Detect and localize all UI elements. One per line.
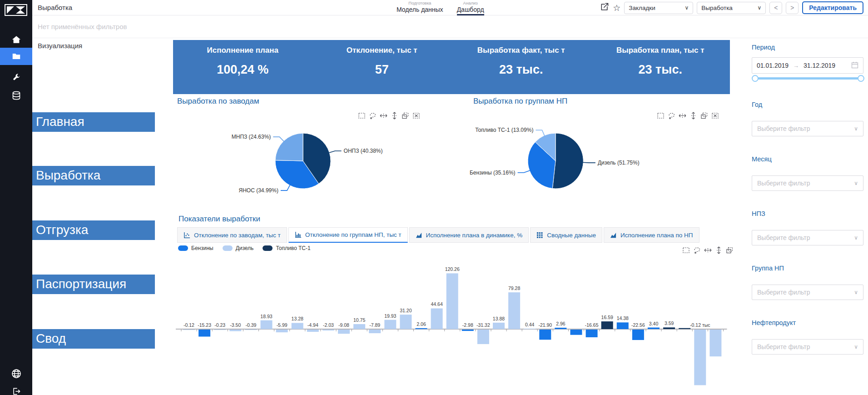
svg-text:МНПЗ (24.63%): МНПЗ (24.63%)	[232, 134, 271, 140]
pie1-title: Выработка по заводам	[177, 97, 259, 106]
svg-text:14.38: 14.38	[617, 315, 629, 321]
svg-text:-21.90: -21.90	[538, 322, 552, 328]
app-logo	[5, 4, 27, 16]
tab-deviation-by-plants[interactable]: Отклонение по заводам, тыс т	[177, 227, 287, 243]
tab-caption: Подготовка	[408, 0, 431, 5]
svg-text:31.20: 31.20	[400, 308, 412, 313]
kpi-plan-execution: Исполнение плана 100,24 %	[173, 40, 312, 94]
svg-text:-2.98: -2.98	[462, 322, 473, 328]
svg-text:-4.94: -4.94	[308, 322, 318, 328]
bar-chart-icon	[295, 231, 302, 238]
pie1-modebar	[358, 112, 420, 120]
svg-text:-0.12 тыс: -0.12 тыс	[690, 322, 710, 328]
legend-swatch	[178, 245, 188, 251]
box-select-icon[interactable]	[657, 112, 665, 120]
chevron-down-icon: ∨	[854, 289, 858, 295]
menu-item-certification[interactable]: Паспортизация	[32, 275, 155, 294]
svg-text:3.59: 3.59	[665, 320, 674, 326]
svg-text:120.26: 120.26	[445, 266, 460, 272]
clear-select-icon[interactable]	[412, 112, 420, 120]
wrench-icon[interactable]	[0, 69, 32, 86]
clear-select-icon[interactable]	[711, 112, 719, 120]
tab-plan-by-product[interactable]: Исполнение плана по НП	[604, 227, 699, 243]
database-icon[interactable]	[0, 87, 32, 105]
topbar-actions: ☆ Закладки ∨ Выработка ∨ < > Редактирова…	[600, 1, 863, 14]
kpi-deviation: Отклонение, тыс т 57	[312, 40, 452, 94]
tab-summary-data[interactable]: Сводные данные	[530, 227, 602, 243]
trend-chart-icon	[416, 232, 422, 239]
tab-deviation-by-groups[interactable]: Отклонение по группам НП, тыс т	[288, 227, 408, 243]
bookmarks-select[interactable]: Закладки ∨	[624, 2, 693, 14]
prev-button[interactable]: <	[769, 2, 782, 14]
compare-icon[interactable]	[402, 112, 409, 120]
lasso-select-icon[interactable]	[668, 112, 675, 120]
calendar-icon[interactable]	[851, 61, 858, 70]
pan-y-icon[interactable]	[689, 112, 697, 120]
legend-fuel-ts1[interactable]: Топливо ТС-1	[263, 245, 310, 251]
pan-x-icon[interactable]	[679, 112, 686, 120]
svg-text:-0.12: -0.12	[184, 322, 194, 328]
globe-icon[interactable]	[0, 365, 32, 382]
filter-select-month[interactable]: Выберите фильтр∨	[752, 175, 863, 191]
svg-text:79.28: 79.28	[508, 285, 520, 291]
pie2-title: Выработка по группам НП	[473, 97, 567, 106]
chart-tabs: Отклонение по заводам, тыс т Отклонение …	[177, 227, 699, 243]
chevron-down-icon: ∨	[854, 180, 858, 186]
compare-icon[interactable]	[700, 112, 708, 120]
home-icon[interactable]	[0, 31, 32, 48]
menu-item-summary[interactable]: Свод	[32, 329, 155, 349]
kpi-bar: Исполнение плана 100,24 % Отклонение, ты…	[173, 40, 730, 94]
filter-select-refinery[interactable]: Выберите фильтр∨	[752, 230, 863, 245]
tab-plan-dynamics[interactable]: Исполнение плана в динамике, %	[409, 227, 529, 243]
dashboard-select[interactable]: Выработка ∨	[697, 2, 766, 14]
logout-icon[interactable]	[0, 383, 32, 395]
pan-x-icon[interactable]	[380, 112, 387, 120]
pie-chart-plants[interactable]: ОНПЗ (40.38%)ЯНОС (34.99%)МНПЗ (24.63%)	[189, 123, 417, 205]
lasso-select-icon[interactable]	[369, 112, 377, 120]
legend-swatch	[223, 245, 233, 251]
bar-chart-legend: Бензины Дизель Топливо ТС-1	[178, 245, 311, 251]
star-icon[interactable]: ☆	[613, 4, 620, 12]
svg-text:13.28: 13.28	[292, 316, 303, 321]
box-select-icon[interactable]	[358, 112, 366, 120]
pan-y-icon[interactable]	[391, 112, 398, 120]
share-icon[interactable]	[600, 2, 609, 13]
period-slider[interactable]	[755, 77, 861, 80]
filter-select-product[interactable]: Выберите фильтр∨	[752, 339, 863, 355]
svg-text:Бензины (35.16%): Бензины (35.16%)	[470, 170, 516, 176]
period-date-range[interactable]: 01.01.2019 → 31.12.2019	[752, 57, 863, 74]
mode-tabs: Подготовка Модель данных Анализ Дашборд	[397, 0, 484, 15]
legend-swatch	[263, 245, 273, 251]
arrow-right-icon: →	[793, 62, 799, 69]
date-to[interactable]: 31.12.2019	[804, 62, 835, 69]
deviation-bar-chart[interactable]: -0.12-15.23-0.23-3.50-0.3918.93-5.9913.2…	[175, 253, 731, 395]
filter-label-product: Нефтепродукт	[752, 319, 796, 326]
svg-text:-9.08: -9.08	[338, 322, 349, 328]
chevron-down-icon: ∨	[854, 235, 858, 241]
folder-icon[interactable]	[0, 48, 32, 65]
slider-handle-right[interactable]	[858, 75, 864, 82]
pie-chart-product-groups[interactable]: Дизель (51.75%)Бензины (35.16%)Топливо Т…	[442, 123, 669, 205]
svg-text:0.44: 0.44	[525, 322, 535, 327]
legend-diesel[interactable]: Дизель	[223, 245, 254, 251]
menu-item-home[interactable]: Главная	[32, 112, 155, 132]
menu-item-production[interactable]: Выработка	[32, 166, 155, 185]
legend-benzines[interactable]: Бензины	[178, 245, 213, 251]
applied-filters-bar[interactable]: Нет применённых фильтров	[32, 15, 868, 38]
chevron-down-icon: ∨	[854, 344, 858, 350]
filter-select-product-group[interactable]: Выберите фильтр∨	[752, 285, 863, 300]
tab-dashboard[interactable]: Анализ Дашборд	[457, 0, 484, 15]
filter-select-year[interactable]: Выберите фильтр∨	[752, 121, 863, 136]
svg-text:-16.65: -16.65	[585, 322, 599, 328]
edit-button[interactable]: Редактировать	[802, 1, 863, 14]
svg-text:13.88: 13.88	[493, 316, 505, 321]
date-from[interactable]: 01.01.2019	[757, 62, 789, 69]
next-button[interactable]: >	[786, 2, 799, 14]
tab-data-model[interactable]: Подготовка Модель данных	[397, 0, 443, 15]
svg-text:-0.23: -0.23	[214, 322, 225, 328]
trend-chart-icon	[610, 232, 617, 239]
slider-handle-left[interactable]	[752, 75, 759, 82]
filter-label-refinery: НПЗ	[752, 210, 765, 217]
kpi-plan: Выработка план, тыс т 23 тыс.	[591, 40, 730, 94]
menu-item-shipment[interactable]: Отгрузка	[32, 220, 155, 240]
